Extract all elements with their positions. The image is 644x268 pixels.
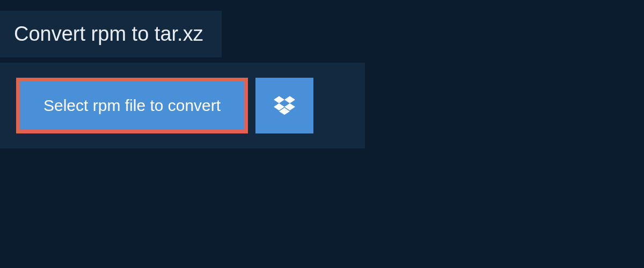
dropbox-button[interactable]: [255, 78, 313, 133]
select-file-highlight: Select rpm file to convert: [16, 78, 248, 133]
page-title: Convert rpm to tar.xz: [0, 11, 222, 57]
dropbox-icon: [274, 94, 295, 117]
upload-panel: Select rpm file to convert: [0, 63, 365, 148]
select-file-button[interactable]: Select rpm file to convert: [20, 81, 244, 130]
button-row: Select rpm file to convert: [16, 78, 349, 133]
